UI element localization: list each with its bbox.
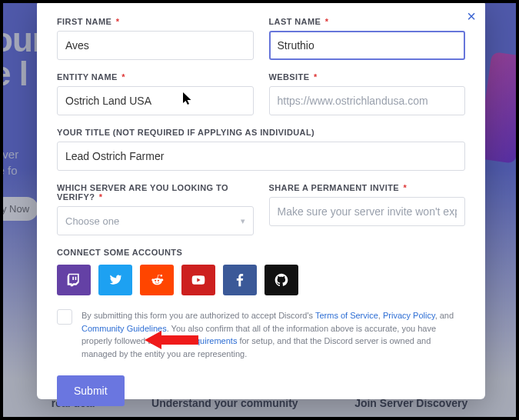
guidelines-link[interactable]: Community Guidelines (82, 324, 167, 333)
last-name-field[interactable] (269, 31, 466, 60)
twitter-icon[interactable] (98, 265, 132, 295)
reddit-icon[interactable] (140, 265, 174, 295)
facebook-icon[interactable] (223, 265, 257, 295)
last-name-label: LAST NAME * (269, 17, 466, 26)
entity-name-label: ENTITY NAME * (57, 72, 254, 82)
server-select-value: Choose one (65, 215, 119, 227)
close-icon[interactable]: × (467, 8, 476, 25)
title-label: YOUR TITLE (NOT REQUIRED IF APPLYING AS … (57, 128, 465, 137)
tos-link[interactable]: Terms of Service (315, 311, 378, 320)
requirements-link[interactable]: requirements (188, 336, 237, 345)
first-name-label: FIRST NAME * (57, 17, 254, 26)
website-label: WEBSITE * (269, 72, 466, 82)
consent-checkbox[interactable] (57, 309, 72, 325)
chevron-down-icon: ▾ (241, 216, 245, 226)
consent-text: By submitting this form you are authoriz… (82, 309, 465, 360)
invite-field[interactable] (269, 197, 466, 226)
server-label: WHICH SERVER ARE YOU LOOKING TO VERIFY? … (57, 183, 254, 202)
title-field[interactable] (57, 142, 465, 171)
website-field[interactable] (269, 86, 466, 115)
server-select[interactable]: Choose one ▾ (57, 206, 254, 235)
verification-form-modal: × FIRST NAME * LAST NAME * ENTITY NAME *… (37, 0, 485, 399)
privacy-link[interactable]: Privacy Policy (383, 311, 435, 320)
youtube-icon[interactable] (181, 265, 215, 295)
submit-button[interactable]: Submit (57, 375, 125, 406)
github-icon[interactable] (264, 265, 298, 295)
first-name-field[interactable] (57, 31, 254, 60)
twitch-icon[interactable] (57, 265, 91, 295)
connect-accounts-label: CONNECT SOME ACCOUNTS (57, 248, 465, 257)
invite-label: SHARE A PERMANENT INVITE * (269, 183, 466, 192)
entity-name-field[interactable] (57, 86, 254, 115)
